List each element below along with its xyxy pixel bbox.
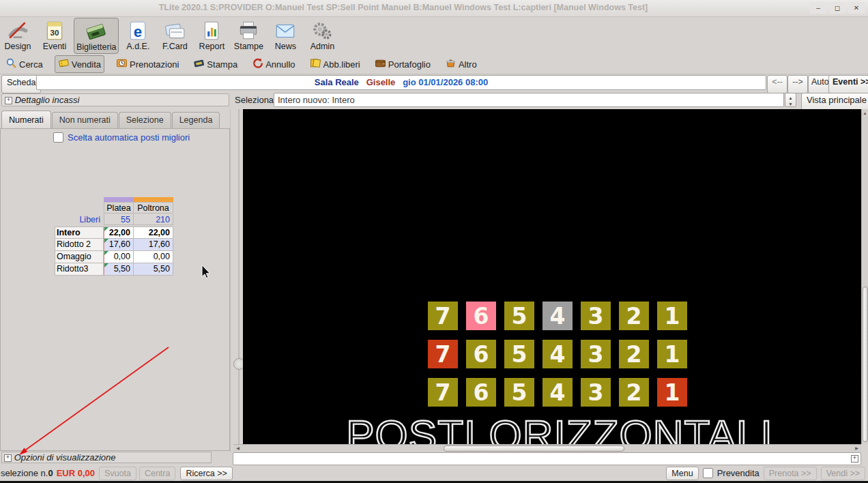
expand-icon: + (4, 454, 12, 462)
tab-selezione[interactable]: Selezione (119, 112, 171, 128)
seat-4[interactable]: 4 (542, 340, 573, 368)
action-annullo[interactable]: Annullo (249, 56, 298, 72)
seat-3[interactable]: 3 (581, 378, 611, 407)
toolbar-item-ade[interactable]: e A.d.E. (120, 18, 156, 53)
price-cell[interactable]: 17,60 (104, 239, 134, 251)
toolbar-item-eventi[interactable]: 30 Eventi (37, 18, 72, 53)
panel-splitter[interactable] (230, 109, 244, 452)
event-title: Giselle (366, 77, 396, 87)
scroll-left-icon[interactable]: ◀ (233, 445, 242, 452)
seat-7[interactable]: 7 (428, 302, 458, 330)
seat-5[interactable]: 5 (504, 302, 534, 330)
search-icon (5, 57, 17, 71)
price-cell[interactable]: 17,60 (134, 239, 173, 251)
seat-2[interactable]: 2 (619, 378, 649, 407)
vista-principale-button[interactable]: Vista principale (801, 93, 868, 111)
seat-1[interactable]: 1 (657, 340, 687, 368)
ricerca-button[interactable]: Ricerca >> (180, 467, 232, 480)
prevendita-label: Prevendita (717, 468, 760, 478)
tariffa-spinner[interactable]: ▲ ▼ (785, 93, 796, 107)
horizontal-scrollbar[interactable]: ◀ ▶ (233, 444, 861, 452)
price-cell[interactable]: 22,00 (134, 226, 173, 239)
minimize-button[interactable]: – (809, 2, 827, 14)
price-cell[interactable]: 22,00 (104, 226, 134, 239)
seat-7[interactable]: 7 (428, 378, 458, 407)
tariffa-combo[interactable]: Intero nuovo: Intero (274, 93, 784, 107)
auto-seat-checkbox[interactable] (53, 132, 63, 143)
svg-text:30: 30 (50, 28, 59, 37)
vertical-scrollbar[interactable]: ▲ (861, 109, 868, 444)
action-altro[interactable]: Altro (442, 56, 480, 72)
price-cell[interactable]: 0,00 (134, 251, 173, 263)
price-row-omaggio: Omaggio 0,00 0,00 (55, 251, 173, 263)
seat-5[interactable]: 5 (504, 340, 534, 368)
seat-3[interactable]: 3 (581, 302, 611, 330)
seat-1[interactable]: 1 (657, 378, 687, 407)
toolbar-item-fcard[interactable]: F.Card (157, 18, 192, 53)
note-expand-icon[interactable]: + (851, 455, 858, 463)
seat-2[interactable]: 2 (619, 340, 649, 368)
selection-amount: EUR 0,00 (57, 468, 95, 478)
seat-6[interactable]: 6 (466, 340, 496, 368)
tab-legenda[interactable]: Legenda (172, 112, 220, 128)
action-abbliberi[interactable]: Abb.liberi (307, 56, 363, 72)
close-button[interactable]: ✕ (848, 2, 865, 14)
price-cell[interactable]: 5,50 (104, 263, 134, 276)
seat-4[interactable]: 4 (542, 302, 573, 330)
seat-row: 7654321 (428, 302, 687, 330)
horizontal-scroll-thumb[interactable] (444, 445, 624, 452)
vendi-button[interactable]: Vendi >> (821, 467, 865, 480)
seat-6[interactable]: 6 (466, 302, 496, 330)
toolbar-item-stampe[interactable]: Stampe (231, 18, 266, 53)
tab-non-numerati[interactable]: Non numerati (52, 112, 118, 128)
spinner-down-icon[interactable]: ▼ (785, 101, 796, 107)
seat-3[interactable]: 3 (581, 340, 611, 368)
action-prenotazioni[interactable]: Prenotazioni (113, 56, 182, 72)
seat-6[interactable]: 6 (466, 378, 496, 407)
action-stampa[interactable]: Stampa (190, 56, 240, 72)
toolbar-item-design[interactable]: Design (0, 18, 35, 53)
toolbar-item-report[interactable]: Report (194, 18, 229, 53)
toolbar-item-admin[interactable]: Admin (304, 18, 340, 53)
seat-1[interactable]: 1 (657, 302, 687, 330)
toolbar-item-news[interactable]: News (267, 18, 303, 53)
seat-5[interactable]: 5 (504, 378, 534, 407)
price-cell[interactable]: 0,00 (104, 251, 134, 263)
seat-7[interactable]: 7 (428, 340, 458, 368)
previous-event-button[interactable]: <-- (767, 75, 787, 93)
price-table: Platea Poltrona A Liberi 55 210 Intero n… (55, 197, 173, 276)
action-portafoglio[interactable]: Portafoglio (372, 56, 433, 72)
action-toolbar: Cerca Vendita Prenotazioni Stampa Annull… (0, 55, 868, 74)
spinner-up-icon[interactable]: ▲ (785, 95, 796, 101)
eventi-panel-button[interactable]: Eventi >> (828, 75, 868, 93)
svuota-button[interactable]: Svuota (99, 467, 136, 480)
next-event-button[interactable]: --> (787, 75, 808, 93)
scroll-right-icon[interactable]: ▶ (852, 445, 861, 452)
scroll-up-icon[interactable]: ▲ (862, 109, 868, 118)
tab-content (0, 128, 230, 451)
seat-4[interactable]: 4 (542, 378, 573, 407)
price-cell[interactable]: 5,50 (134, 263, 173, 276)
dettaglio-incassi-expander[interactable]: + Dettaglio incassi (1, 93, 229, 106)
tab-numerati[interactable]: Numerati (1, 111, 51, 128)
row-label: Ridotto3 (55, 263, 104, 276)
centra-button[interactable]: Centra (139, 467, 176, 480)
scheda-button[interactable]: Scheda (1, 75, 41, 93)
menu-button[interactable]: Menu (666, 467, 698, 480)
booking-clock-icon (116, 57, 128, 71)
selezione-count: 0 (48, 468, 53, 478)
vertical-scroll-thumb[interactable] (863, 287, 868, 442)
prenota-button[interactable]: Prenota >> (764, 467, 817, 480)
prevendita-checkbox[interactable] (703, 468, 713, 478)
action-cerca[interactable]: Cerca (3, 56, 46, 72)
seat-row: 7654321 (428, 378, 687, 407)
note-field[interactable]: + (233, 452, 861, 465)
opzioni-visualizzazione-expander[interactable]: + Opzioni di visualizzazione (1, 452, 212, 463)
event-info-field: Sala Reale Giselle gio 01/01/2026 08:00 (36, 75, 766, 90)
maximize-button[interactable]: ◻ (828, 2, 846, 14)
column-color-strips (55, 197, 173, 202)
seat-2[interactable]: 2 (619, 302, 649, 330)
toolbar-item-biglietteria[interactable]: Biglietteria (74, 18, 119, 54)
action-vendita[interactable]: Vendita (55, 55, 104, 73)
selection-row: + Dettaglio incassi Seleziona Intero nuo… (0, 91, 868, 109)
